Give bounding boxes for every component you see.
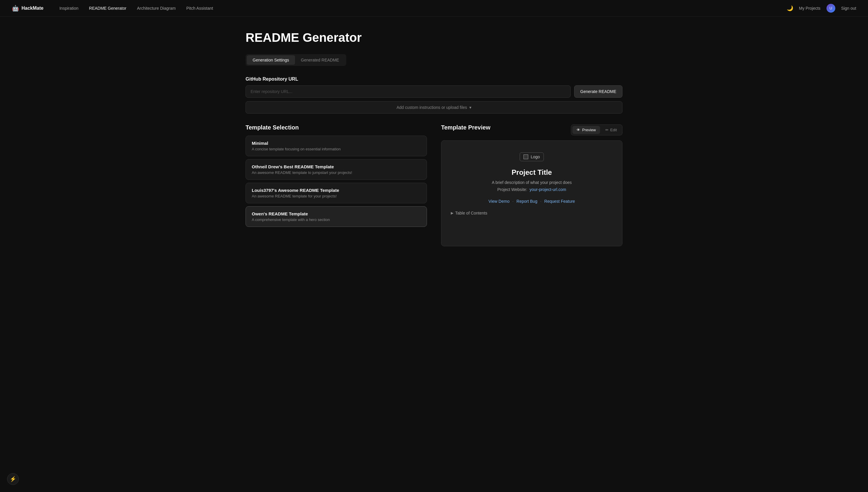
preview-project-desc: A brief description of what your project… — [451, 180, 613, 185]
tab-generation-settings[interactable]: Generation Settings — [247, 55, 295, 65]
logo-img-placeholder — [524, 154, 528, 159]
page-title: README Generator — [245, 31, 623, 45]
preview-btn-label: Preview — [582, 128, 596, 132]
url-row: Generate README — [245, 85, 623, 98]
preview-links: View Demo · Report Bug · Request Feature — [451, 199, 613, 204]
tab-generated-readme[interactable]: Generated README — [295, 55, 345, 65]
report-bug-link[interactable]: Report Bug — [516, 199, 537, 204]
brand-icon: 🤖 — [12, 5, 19, 12]
nav-readme-generator[interactable]: README Generator — [85, 4, 130, 13]
preview-toc: ▶ Table of Contents — [451, 211, 613, 215]
main-content: README Generator Generation Settings Gen… — [228, 17, 640, 261]
preview-header: Template Preview 👁 Preview ✏ Edit — [441, 124, 623, 136]
template-desc-louis: An awesome README template for your proj… — [252, 194, 421, 198]
template-title-louis: Louis3797's Awesome README Template — [252, 188, 421, 193]
brand-link[interactable]: 🤖 HackMate — [12, 5, 44, 12]
dark-mode-toggle[interactable]: 🌙 — [787, 5, 793, 11]
two-col-layout: Template Selection Minimal A concise tem… — [245, 124, 623, 246]
template-card-minimal[interactable]: Minimal A concise template focusing on e… — [245, 136, 427, 156]
edit-icon: ✏ — [605, 128, 609, 132]
template-desc-othneil: An awesome README template to jumpstart … — [252, 170, 421, 175]
nav-right: 🌙 My Projects U Sign out — [787, 4, 857, 13]
tabs: Generation Settings Generated README — [245, 54, 346, 66]
chevron-down-icon: ▾ — [469, 105, 472, 110]
preview-view-button[interactable]: 👁 Preview — [572, 126, 600, 134]
toc-label: Table of Contents — [455, 211, 487, 215]
custom-instructions-label: Add custom instructions or upload files — [396, 105, 467, 110]
nav-links: Inspiration README Generator Architectur… — [55, 4, 787, 13]
template-card-louis[interactable]: Louis3797's Awesome README Template An a… — [245, 183, 427, 203]
template-desc-owen: A comprehensive template with a hero sec… — [252, 218, 421, 222]
avatar[interactable]: U — [826, 4, 835, 13]
logo-label: Logo — [531, 154, 540, 159]
preview-logo-placeholder: Logo — [520, 152, 544, 161]
preview-website: Project Website: your-project-url.com — [451, 187, 613, 192]
brand-name: HackMate — [22, 6, 44, 11]
preview-toggle: 👁 Preview ✏ Edit — [571, 124, 623, 136]
template-card-owen[interactable]: Owen's README Template A comprehensive t… — [245, 206, 427, 227]
template-title-owen: Owen's README Template — [252, 211, 421, 216]
preview-logo-area: Logo — [451, 152, 613, 161]
preview-panel: Logo Project Title A brief description o… — [441, 140, 623, 246]
preview-project-title: Project Title — [451, 168, 613, 176]
navbar: 🤖 HackMate Inspiration README Generator … — [0, 0, 868, 17]
template-preview-col: Template Preview 👁 Preview ✏ Edit — [441, 124, 623, 246]
github-section: GitHub Repository URL Generate README Ad… — [245, 76, 623, 114]
sign-out-button[interactable]: Sign out — [841, 6, 856, 10]
template-card-othneil[interactable]: Othneil Drew's Best README Template An a… — [245, 159, 427, 180]
toc-arrow-icon: ▶ — [451, 211, 453, 215]
template-title-minimal: Minimal — [252, 141, 421, 146]
bolt-icon: ⚡ — [10, 476, 16, 482]
project-website-url[interactable]: your-project-url.com — [529, 187, 566, 192]
my-projects-button[interactable]: My Projects — [799, 6, 821, 10]
template-title-othneil: Othneil Drew's Best README Template — [252, 164, 421, 169]
nav-architecture-diagram[interactable]: Architecture Diagram — [133, 4, 180, 13]
separator-2: · — [540, 199, 541, 204]
edit-btn-label: Edit — [610, 128, 617, 132]
github-label: GitHub Repository URL — [245, 76, 623, 82]
template-selection-col: Template Selection Minimal A concise tem… — [245, 124, 427, 246]
nav-inspiration[interactable]: Inspiration — [55, 4, 83, 13]
preview-edit-button[interactable]: ✏ Edit — [601, 126, 621, 134]
repo-url-input[interactable] — [245, 85, 571, 98]
bolt-fab[interactable]: ⚡ — [7, 473, 19, 485]
project-website-label: Project Website: — [497, 187, 527, 192]
template-preview-title: Template Preview — [441, 124, 490, 131]
view-demo-link[interactable]: View Demo — [488, 199, 509, 204]
request-feature-link[interactable]: Request Feature — [545, 199, 575, 204]
template-desc-minimal: A concise template focusing on essential… — [252, 147, 421, 151]
generate-readme-button[interactable]: Generate README — [574, 85, 623, 98]
template-selection-title: Template Selection — [245, 124, 427, 131]
nav-pitch-assistant[interactable]: Pitch Assistant — [182, 4, 217, 13]
eye-icon: 👁 — [577, 128, 580, 132]
separator-1: · — [512, 199, 513, 204]
custom-instructions-button[interactable]: Add custom instructions or upload files … — [245, 101, 623, 114]
template-list: Minimal A concise template focusing on e… — [245, 136, 427, 227]
